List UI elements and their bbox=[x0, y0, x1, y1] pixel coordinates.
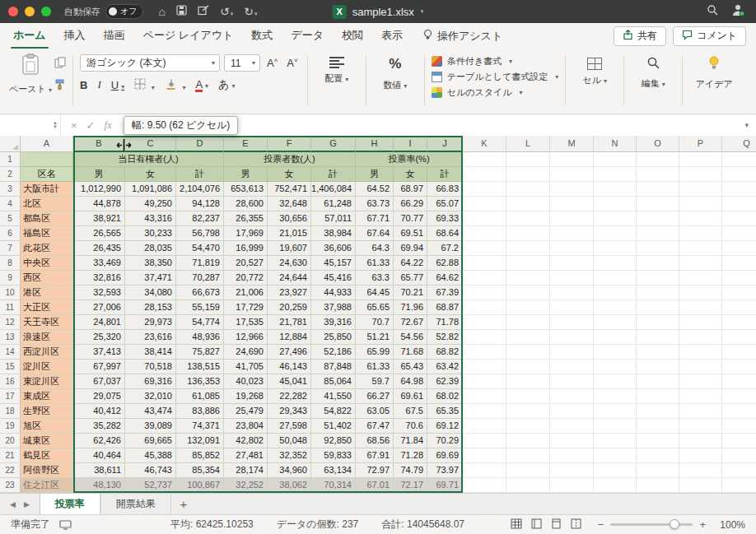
cell[interactable]: 天王寺区 bbox=[21, 315, 73, 330]
comments-button[interactable]: コメント bbox=[673, 26, 746, 46]
save-icon[interactable] bbox=[176, 4, 187, 19]
cell[interactable]: 27,481 bbox=[224, 448, 268, 463]
cell[interactable]: 都島区 bbox=[21, 211, 73, 226]
cell[interactable] bbox=[679, 419, 722, 434]
cell[interactable]: 20,259 bbox=[268, 300, 311, 315]
notebook-view-icon[interactable] bbox=[531, 518, 542, 532]
page-layout-view-icon[interactable] bbox=[551, 518, 562, 532]
cell[interactable]: 59,833 bbox=[311, 448, 356, 463]
cell[interactable]: 69.61 bbox=[394, 389, 427, 404]
cell[interactable]: 67.71 bbox=[356, 211, 394, 226]
cell[interactable] bbox=[679, 197, 722, 211]
sheet-tab-kaihyokekka[interactable]: 開票結果 bbox=[100, 494, 171, 514]
cell[interactable]: 37,413 bbox=[73, 345, 125, 360]
cell[interactable]: 62,426 bbox=[73, 434, 125, 448]
cell[interactable]: 39,316 bbox=[311, 315, 356, 330]
row-header-16[interactable]: 16 bbox=[0, 374, 21, 389]
cell[interactable]: 21,006 bbox=[224, 286, 268, 300]
cell[interactable]: 48,130 bbox=[73, 478, 125, 493]
cell[interactable]: 24,801 bbox=[73, 315, 125, 330]
cell[interactable]: 12,884 bbox=[268, 330, 311, 345]
header-cell[interactable]: 計 bbox=[311, 167, 356, 182]
cell[interactable] bbox=[550, 300, 594, 315]
cell[interactable] bbox=[506, 271, 550, 286]
cell[interactable] bbox=[637, 286, 679, 300]
cell[interactable]: 69.51 bbox=[394, 226, 427, 241]
account-avatar-icon[interactable] bbox=[731, 4, 744, 20]
cell[interactable]: 33,469 bbox=[73, 256, 125, 271]
cell[interactable]: 38,414 bbox=[125, 345, 176, 360]
cell[interactable]: 74,371 bbox=[176, 419, 224, 434]
cell[interactable]: 39,089 bbox=[125, 419, 176, 434]
cell[interactable]: 28,174 bbox=[224, 463, 268, 478]
cell[interactable] bbox=[722, 345, 756, 360]
column-header-A[interactable]: A bbox=[21, 136, 73, 152]
cell[interactable]: 71.78 bbox=[427, 315, 463, 330]
cell[interactable]: 67,997 bbox=[73, 360, 125, 374]
cell[interactable]: 港区 bbox=[21, 286, 73, 300]
cell[interactable]: 淀川区 bbox=[21, 360, 73, 374]
cell[interactable]: 67,037 bbox=[73, 374, 125, 389]
cell[interactable]: 29,075 bbox=[73, 389, 125, 404]
cell[interactable] bbox=[506, 241, 550, 256]
cell[interactable]: 東成区 bbox=[21, 389, 73, 404]
tell-me-assistant[interactable]: 操作アシスト bbox=[422, 29, 502, 44]
cell[interactable] bbox=[722, 167, 756, 182]
cell[interactable] bbox=[463, 167, 506, 182]
cell[interactable]: 中央区 bbox=[21, 256, 73, 271]
row-header-6[interactable]: 6 bbox=[0, 226, 21, 241]
cell[interactable]: 40,412 bbox=[73, 404, 125, 419]
cell[interactable]: 48,936 bbox=[176, 330, 224, 345]
cell[interactable]: 東淀川区 bbox=[21, 374, 73, 389]
cell[interactable]: 21,781 bbox=[268, 315, 311, 330]
cell[interactable]: 1,091,086 bbox=[125, 182, 176, 197]
cell[interactable]: 85,852 bbox=[176, 448, 224, 463]
cell[interactable] bbox=[722, 404, 756, 419]
name-box[interactable]: ▲▼ bbox=[0, 114, 61, 136]
cell[interactable]: 41,550 bbox=[311, 389, 356, 404]
cell[interactable]: 20,772 bbox=[224, 271, 268, 286]
cell[interactable] bbox=[637, 256, 679, 271]
cell[interactable] bbox=[594, 286, 637, 300]
cell[interactable]: 36,606 bbox=[311, 241, 356, 256]
tab-review[interactable]: 校閲 bbox=[342, 22, 363, 49]
cell[interactable]: 61.33 bbox=[356, 256, 394, 271]
row-header-11[interactable]: 11 bbox=[0, 300, 21, 315]
cell[interactable] bbox=[463, 256, 506, 271]
bold-button[interactable]: B bbox=[80, 79, 87, 91]
grow-font-icon[interactable]: A˄ bbox=[264, 57, 280, 69]
cell[interactable] bbox=[722, 360, 756, 374]
cell[interactable]: 67.91 bbox=[356, 448, 394, 463]
cell[interactable] bbox=[550, 404, 594, 419]
font-name-select[interactable]: 游ゴシック (本文) ▾ bbox=[80, 54, 220, 72]
row-header-23[interactable]: 23 bbox=[0, 478, 21, 493]
cell[interactable] bbox=[506, 226, 550, 241]
cell[interactable]: 32,648 bbox=[268, 197, 311, 211]
column-header-K[interactable]: K bbox=[463, 136, 506, 152]
cell[interactable] bbox=[637, 197, 679, 211]
cell[interactable]: 1,406,084 bbox=[311, 182, 356, 197]
borders-button[interactable] bbox=[134, 78, 155, 92]
cell[interactable]: 69.69 bbox=[427, 448, 463, 463]
row-header-9[interactable]: 9 bbox=[0, 271, 21, 286]
cell[interactable]: 28,153 bbox=[125, 300, 176, 315]
cell[interactable] bbox=[722, 286, 756, 300]
cell[interactable] bbox=[506, 448, 550, 463]
cell[interactable]: 30,656 bbox=[268, 211, 311, 226]
cell[interactable]: 85,064 bbox=[311, 374, 356, 389]
cell[interactable]: 75,827 bbox=[176, 345, 224, 360]
header-cell[interactable]: 計 bbox=[176, 167, 224, 182]
cell[interactable] bbox=[679, 226, 722, 241]
cell[interactable]: 66,673 bbox=[176, 286, 224, 300]
cell[interactable] bbox=[679, 360, 722, 374]
cell[interactable] bbox=[550, 152, 594, 167]
cell[interactable]: 49,250 bbox=[125, 197, 176, 211]
cell[interactable] bbox=[594, 360, 637, 374]
prev-sheet-icon[interactable]: ◀ bbox=[10, 500, 16, 508]
name-box-stepper-icon[interactable]: ▲▼ bbox=[53, 121, 58, 129]
tab-data[interactable]: データ bbox=[291, 22, 324, 49]
cell[interactable] bbox=[550, 241, 594, 256]
formula-bar-expand-icon[interactable]: ▾ bbox=[744, 121, 756, 129]
cell[interactable] bbox=[722, 197, 756, 211]
cell[interactable]: 70,314 bbox=[311, 478, 356, 493]
